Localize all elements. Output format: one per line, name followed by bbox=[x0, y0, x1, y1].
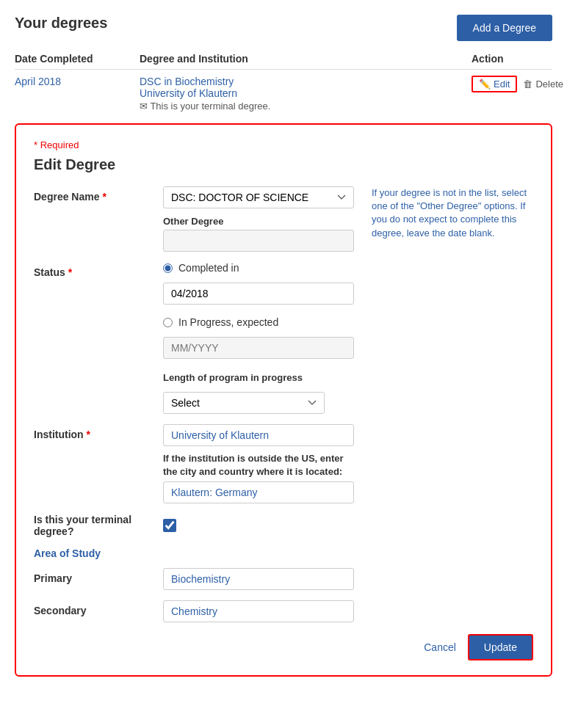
degree-name-select[interactable]: DSC: DOCTOR OF SCIENCE bbox=[163, 186, 354, 208]
form-actions: Cancel Update bbox=[34, 634, 533, 660]
page-title: Your degrees bbox=[15, 15, 107, 32]
status-content: Completed in In Progress, expected Lengt… bbox=[163, 262, 533, 414]
edit-degree-title: Edit Degree bbox=[34, 156, 533, 173]
delete-degree-button[interactable]: 🗑 Delete bbox=[523, 79, 563, 90]
length-select[interactable]: Select bbox=[163, 392, 325, 414]
terminal-checkbox[interactable] bbox=[163, 519, 176, 532]
col-action-header: Action bbox=[472, 53, 552, 65]
degree-info: DSC in Biochemistry University of Klaute… bbox=[140, 76, 442, 112]
edit-icon: ✏️ bbox=[479, 79, 491, 90]
status-label: Status * bbox=[34, 262, 151, 278]
cancel-button[interactable]: Cancel bbox=[424, 641, 456, 653]
primary-label: Primary bbox=[34, 568, 151, 584]
terminal-degree-label: Is this your terminal degree? bbox=[34, 514, 151, 537]
degree-action: ✏️ Edit 🗑 Delete bbox=[472, 76, 552, 112]
trash-icon: 🗑 bbox=[523, 79, 532, 90]
institution-content: If the institution is outside the US, en… bbox=[163, 424, 533, 503]
required-label: * Required bbox=[34, 139, 533, 150]
status-completed-radio[interactable] bbox=[163, 263, 173, 273]
degree-name-content: DSC: DOCTOR OF SCIENCE Other Degree bbox=[163, 186, 360, 252]
col-degree-header: Degree and Institution bbox=[140, 53, 442, 65]
institution-note: If the institution is outside the US, en… bbox=[163, 452, 354, 478]
primary-content bbox=[163, 568, 533, 590]
status-inprogress-label: In Progress, expected bbox=[178, 316, 278, 328]
edit-degree-panel: * Required Edit Degree Degree Name * DSC… bbox=[15, 123, 552, 677]
degree-hint: If your degree is not in the list, selec… bbox=[372, 186, 533, 240]
degree-link[interactable]: DSC in Biochemistry bbox=[140, 76, 442, 87]
status-completed-label: Completed in bbox=[178, 262, 239, 274]
institution-input[interactable] bbox=[163, 424, 354, 446]
degree-date: April 2018 bbox=[15, 76, 110, 112]
secondary-content bbox=[163, 600, 533, 622]
other-degree-label: Other Degree bbox=[163, 216, 360, 227]
secondary-label: Secondary bbox=[34, 600, 151, 616]
institution-link[interactable]: University of Klautern bbox=[140, 87, 442, 99]
col-date-header: Date Completed bbox=[15, 53, 110, 65]
other-degree-input[interactable] bbox=[163, 230, 354, 252]
status-inprogress-radio[interactable] bbox=[163, 318, 173, 327]
edit-degree-button[interactable]: ✏️ Edit bbox=[472, 76, 517, 92]
degree-name-label: Degree Name * bbox=[34, 186, 151, 203]
add-degree-button[interactable]: Add a Degree bbox=[457, 15, 552, 41]
secondary-input[interactable] bbox=[163, 600, 354, 622]
completed-date-input[interactable] bbox=[163, 283, 354, 305]
update-button[interactable]: Update bbox=[468, 634, 533, 660]
area-of-study-title: Area of Study bbox=[34, 547, 533, 559]
location-input[interactable] bbox=[163, 481, 354, 503]
terminal-note: ✉ This is your terminal degree. bbox=[140, 101, 442, 112]
institution-label: Institution * bbox=[34, 424, 151, 440]
inprogress-date-input[interactable] bbox=[163, 337, 354, 359]
length-label: Length of program in progress bbox=[163, 372, 533, 383]
primary-input[interactable] bbox=[163, 568, 354, 590]
terminal-icon: ✉ bbox=[140, 101, 148, 112]
